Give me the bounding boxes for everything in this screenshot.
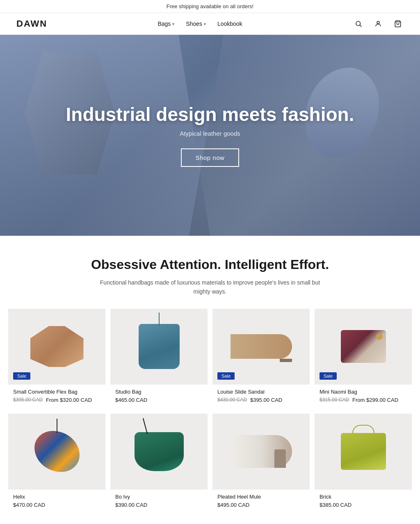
bag-mini-naomi-image xyxy=(341,330,386,363)
regular-price: $385.00 CAD xyxy=(320,502,352,508)
bag-bo-ivy-image xyxy=(135,432,184,471)
sale-badge: Sale xyxy=(13,372,30,380)
product-name: Helix xyxy=(13,494,100,500)
regular-price: $390.00 CAD xyxy=(115,502,147,508)
product-pricing: $495.00 CAD xyxy=(217,502,305,508)
product-pricing: $315.00 CAD From $299.00 CAD xyxy=(320,397,407,403)
original-price: $395.00 CAD xyxy=(13,397,43,403)
hero-section: Industrial design meets fashion. Atypica… xyxy=(0,35,420,236)
section-subtitle: Functional handbags made of luxurious ma… xyxy=(95,278,325,296)
nav-lookbook[interactable]: Lookbook xyxy=(217,21,242,27)
hero-content: Industrial design meets fashion. Atypica… xyxy=(66,104,354,167)
product-card[interactable]: Brick $385.00 CAD xyxy=(315,414,412,514)
product-image xyxy=(110,414,208,490)
nav-bags[interactable]: Bags ▾ xyxy=(158,21,174,27)
product-card[interactable]: Studio Bag $465.00 CAD xyxy=(110,309,208,409)
product-image: Sale xyxy=(212,309,310,385)
regular-price: $465.00 CAD xyxy=(115,397,147,403)
sale-price: From $299.00 CAD xyxy=(352,397,398,403)
product-image: Sale xyxy=(8,309,105,385)
bag-small-convertible-image xyxy=(30,326,84,367)
product-info: Louise Slide Sandal $430.00 CAD $395.00 … xyxy=(212,385,310,409)
hero-title: Industrial design meets fashion. xyxy=(66,104,354,125)
hero-shop-now-button[interactable]: Shop now xyxy=(181,148,240,167)
product-card[interactable]: Sale Mini Naomi Bag $315.00 CAD From $29… xyxy=(315,309,412,409)
product-name: Mini Naomi Bag xyxy=(320,389,407,395)
product-card[interactable]: Bo Ivy $390.00 CAD xyxy=(110,414,208,514)
header: DAWN Bags ▾ Shoes ▾ Lookbook xyxy=(0,13,420,35)
svg-point-2 xyxy=(377,21,379,24)
product-image: Sale xyxy=(315,309,412,385)
announcement-bar: Free shipping available on all orders! xyxy=(0,0,420,13)
search-button[interactable] xyxy=(353,18,364,30)
product-info: Studio Bag $465.00 CAD xyxy=(110,385,208,409)
product-pricing: $390.00 CAD xyxy=(115,502,203,508)
product-name: Bo Ivy xyxy=(115,494,203,500)
product-name: Small Convertible Flex Bag xyxy=(13,389,100,395)
product-info: Bo Ivy $390.00 CAD xyxy=(110,490,208,514)
product-info: Pleated Heel Mule $495.00 CAD xyxy=(212,490,310,514)
product-card[interactable]: Pleated Heel Mule $495.00 CAD xyxy=(212,414,310,514)
sale-badge: Sale xyxy=(217,372,235,380)
product-card[interactable]: Sale Louise Slide Sandal $430.00 CAD $39… xyxy=(212,309,310,409)
header-icons xyxy=(353,18,404,30)
sale-price: From $320.00 CAD xyxy=(46,397,92,403)
product-card[interactable]: Helix $470.00 CAD xyxy=(8,414,105,514)
cart-button[interactable] xyxy=(392,18,404,30)
product-info: Mini Naomi Bag $315.00 CAD From $299.00 … xyxy=(315,385,412,409)
product-pricing: $385.00 CAD xyxy=(320,502,407,508)
product-card[interactable]: Sale Small Convertible Flex Bag $395.00 … xyxy=(8,309,105,409)
regular-price: $470.00 CAD xyxy=(13,502,45,508)
product-grid: Sale Small Convertible Flex Bag $395.00 … xyxy=(0,309,420,524)
product-pricing: $470.00 CAD xyxy=(13,502,100,508)
hero-subtitle: Atypical leather goods xyxy=(66,130,354,137)
section-header: Obsessive Attention. Intelligent Effort.… xyxy=(0,236,420,309)
sandal-louise-image xyxy=(231,334,292,359)
account-button[interactable] xyxy=(372,18,384,30)
product-image xyxy=(8,414,105,490)
product-name: Studio Bag xyxy=(115,389,203,395)
product-name: Pleated Heel Mule xyxy=(217,494,305,500)
regular-price: $495.00 CAD xyxy=(217,502,249,508)
product-name: Louise Slide Sandal xyxy=(217,389,305,395)
product-image xyxy=(315,414,412,490)
product-image xyxy=(110,309,208,385)
section-title: Obsessive Attention. Intelligent Effort. xyxy=(8,257,412,272)
logo[interactable]: DAWN xyxy=(16,18,47,29)
product-pricing: $465.00 CAD xyxy=(115,397,203,403)
announcement-text: Free shipping available on all orders! xyxy=(167,3,253,9)
mule-pleated-image xyxy=(231,435,292,468)
original-price: $315.00 CAD xyxy=(320,397,349,403)
product-pricing: $430.00 CAD $395.00 CAD xyxy=(217,397,305,403)
product-image xyxy=(212,414,310,490)
chevron-down-icon: ▾ xyxy=(172,22,174,26)
product-pricing: $395.00 CAD From $320.00 CAD xyxy=(13,397,100,403)
product-name: Brick xyxy=(320,494,407,500)
svg-point-0 xyxy=(356,21,361,26)
product-info: Small Convertible Flex Bag $395.00 CAD F… xyxy=(8,385,105,409)
sale-badge: Sale xyxy=(320,372,337,380)
product-info: Brick $385.00 CAD xyxy=(315,490,412,514)
main-nav: Bags ▾ Shoes ▾ Lookbook xyxy=(158,21,242,27)
chevron-down-icon: ▾ xyxy=(204,22,206,26)
bag-helix-image xyxy=(34,431,80,472)
nav-shoes[interactable]: Shoes ▾ xyxy=(186,21,206,27)
bag-brick-image xyxy=(341,433,386,470)
svg-line-1 xyxy=(360,25,361,27)
bag-studio-image xyxy=(139,324,180,369)
original-price: $430.00 CAD xyxy=(217,397,247,403)
product-info: Helix $470.00 CAD xyxy=(8,490,105,514)
sale-price: $395.00 CAD xyxy=(250,397,282,403)
